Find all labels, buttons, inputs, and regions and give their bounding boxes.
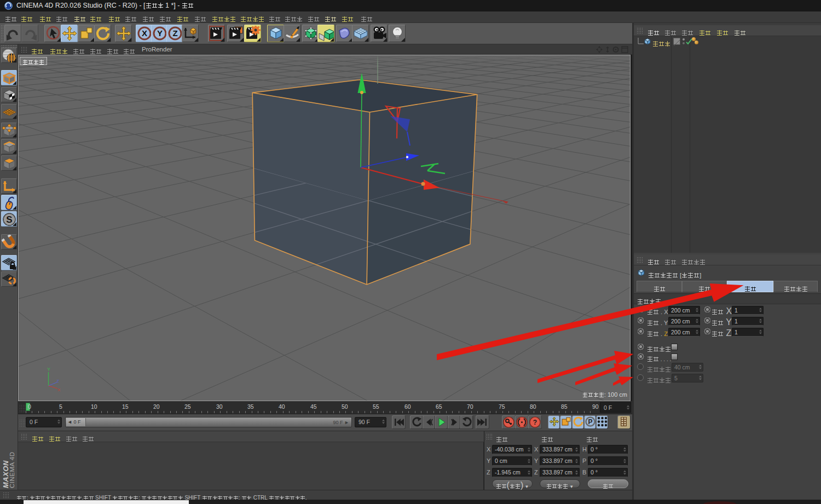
svg-text:Y: Y — [47, 367, 50, 372]
svg-text:X: X — [142, 28, 147, 38]
svg-text:Y: Y — [157, 28, 163, 38]
svg-text:Z: Z — [172, 28, 177, 38]
svg-text:X: X — [57, 387, 61, 392]
svg-text:P: P — [588, 418, 592, 426]
svg-text:S: S — [6, 215, 12, 225]
svg-text:?: ? — [533, 419, 537, 426]
svg-text:Z: Z — [56, 379, 59, 384]
